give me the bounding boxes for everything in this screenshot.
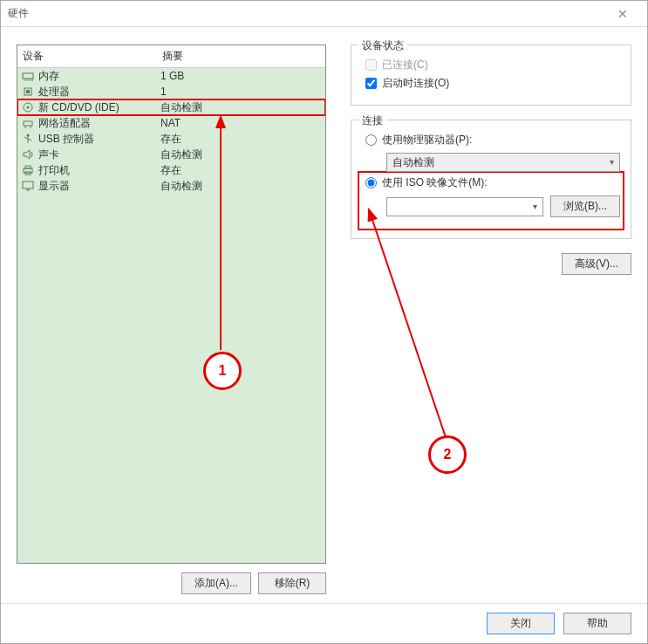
close-button[interactable]: 关闭	[487, 613, 555, 634]
device-summary: 自动检测	[160, 147, 322, 162]
svg-point-8	[27, 106, 30, 109]
col-device[interactable]: 设备	[17, 45, 157, 67]
display-icon	[21, 180, 35, 192]
table-row[interactable]: 新 CD/DVD (IDE)自动检测	[17, 99, 325, 115]
memory-icon	[21, 70, 35, 82]
settings-pane: 设备状态 已连接(C) 启动时连接(O) 连接 使用物理驱动器(P):	[326, 45, 631, 594]
use-physical-label: 使用物理驱动器(P):	[382, 133, 472, 147]
table-row[interactable]: USB 控制器存在	[17, 131, 325, 147]
table-row[interactable]: 网络适配器NAT	[17, 115, 325, 131]
device-summary: 1	[160, 86, 322, 98]
chevron-down-icon: ▾	[610, 157, 614, 167]
device-name: 内存	[38, 69, 160, 84]
connect-on-power-label: 启动时连接(O)	[382, 76, 449, 91]
device-name: 处理器	[38, 85, 160, 99]
connection-group: 连接 使用物理驱动器(P): 自动检测 ▾ 使用 ISO 映像文件(M):	[351, 120, 631, 239]
table-row[interactable]: 内存1 GB	[17, 68, 325, 84]
device-name: 打印机	[38, 163, 160, 178]
device-name: 新 CD/DVD (IDE)	[38, 100, 160, 115]
connected-checkbox	[365, 59, 377, 71]
use-physical-radio[interactable]	[365, 134, 377, 146]
use-iso-label: 使用 ISO 映像文件(M):	[382, 175, 488, 190]
connect-on-power-row[interactable]: 启动时连接(O)	[365, 76, 620, 91]
cpu-icon	[21, 86, 35, 98]
help-button[interactable]: 帮助	[563, 613, 631, 634]
content-area: 设备 摘要 内存1 GB处理器1新 CD/DVD (IDE)自动检测网络适配器N…	[1, 27, 647, 603]
device-table-body: 内存1 GB处理器1新 CD/DVD (IDE)自动检测网络适配器NATUSB …	[17, 68, 325, 563]
connected-checkbox-row: 已连接(C)	[365, 58, 620, 72]
svg-rect-6	[26, 90, 30, 93]
svg-rect-9	[24, 121, 32, 126]
iso-highlight-box: 使用 ISO 映像文件(M): ▾ 浏览(B)...	[362, 175, 620, 226]
sound-icon	[21, 148, 35, 161]
device-status-legend: 设备状态	[358, 38, 407, 53]
physical-drive-value: 自动检测	[392, 155, 434, 170]
device-summary: NAT	[160, 117, 322, 129]
use-physical-radio-row[interactable]: 使用物理驱动器(P):	[365, 133, 620, 147]
svg-line-14	[24, 137, 28, 139]
device-summary: 1 GB	[160, 70, 322, 82]
hardware-dialog: 硬件 ✕ 设备 摘要 内存1 GB处理器1新 CD/DVD (IDE)自动检测网…	[0, 0, 648, 644]
net-icon	[21, 117, 35, 129]
disc-icon	[21, 101, 35, 113]
dialog-footer: 关闭 帮助	[1, 603, 647, 643]
iso-path-dropdown[interactable]: ▾	[386, 197, 543, 216]
add-button[interactable]: 添加(A)...	[181, 572, 251, 594]
remove-button[interactable]: 移除(R)	[258, 572, 326, 594]
connect-on-power-checkbox[interactable]	[365, 78, 377, 89]
connected-label: 已连接(C)	[382, 58, 428, 72]
device-summary: 自动检测	[160, 100, 322, 115]
titlebar: 硬件 ✕	[1, 1, 647, 27]
browse-button[interactable]: 浏览(B)...	[550, 195, 620, 217]
table-row[interactable]: 打印机存在	[17, 162, 325, 178]
use-iso-radio[interactable]	[365, 177, 377, 188]
device-name: 声卡	[38, 147, 160, 162]
table-row[interactable]: 声卡自动检测	[17, 147, 325, 162]
device-summary: 存在	[160, 163, 322, 178]
advanced-row: 高级(V)...	[351, 253, 631, 275]
device-list-pane: 设备 摘要 内存1 GB处理器1新 CD/DVD (IDE)自动检测网络适配器N…	[17, 45, 326, 594]
table-row[interactable]: 显示器自动检测	[17, 178, 325, 194]
device-table-header: 设备 摘要	[17, 45, 325, 68]
use-iso-radio-row[interactable]: 使用 ISO 映像文件(M):	[365, 175, 620, 190]
printer-icon	[21, 164, 35, 176]
usb-icon	[21, 133, 35, 145]
svg-rect-19	[23, 182, 33, 188]
iso-path-row: ▾ 浏览(B)...	[386, 195, 620, 217]
table-row[interactable]: 处理器1	[17, 84, 325, 99]
close-icon[interactable]: ✕	[605, 7, 640, 21]
window-title: 硬件	[8, 6, 605, 21]
chevron-down-icon[interactable]: ▾	[533, 202, 537, 211]
physical-drive-dropdown-row: 自动检测 ▾	[386, 153, 620, 172]
col-summary[interactable]: 摘要	[157, 45, 325, 67]
device-name: 显示器	[38, 179, 160, 194]
device-buttons: 添加(A)... 移除(R)	[17, 572, 326, 594]
device-summary: 自动检测	[160, 179, 322, 194]
device-status-group: 设备状态 已连接(C) 启动时连接(O)	[351, 45, 631, 106]
device-summary: 存在	[160, 132, 322, 147]
physical-drive-dropdown: 自动检测 ▾	[386, 153, 620, 172]
svg-rect-0	[23, 73, 33, 79]
advanced-button[interactable]: 高级(V)...	[562, 253, 631, 275]
device-name: 网络适配器	[38, 116, 160, 131]
svg-rect-17	[25, 166, 31, 168]
device-table: 设备 摘要 内存1 GB处理器1新 CD/DVD (IDE)自动检测网络适配器N…	[17, 45, 326, 564]
svg-line-15	[28, 139, 31, 140]
device-name: USB 控制器	[38, 132, 160, 147]
connection-legend: 连接	[358, 113, 386, 128]
